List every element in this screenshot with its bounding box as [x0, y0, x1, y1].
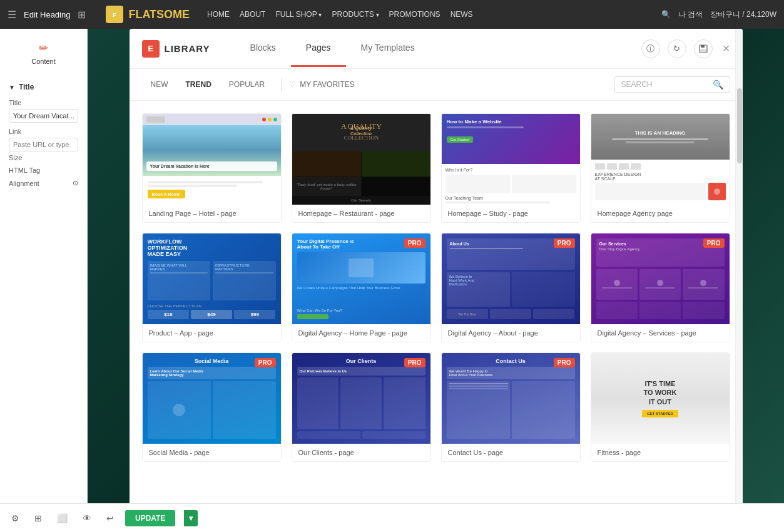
top-nav: HOME ABOUT FULL SHOP PRODUCTS PROMOTIONS…	[207, 10, 473, 19]
modal-header-actions: ⓘ ↻ ×	[641, 39, 730, 58]
template-card-hotel[interactable]: Your Dream Vacation is Here Book A Room	[142, 113, 282, 223]
template-card-restaurant[interactable]: A QualityCollection "Tasty food, yet ins…	[292, 113, 431, 223]
alignment-label: Alignment	[9, 180, 39, 187]
bottom-bar: ⚙ ⊞ ⬜ 👁 ↩ UPDATE ▾	[0, 503, 784, 532]
filter-popular[interactable]: POPULAR	[220, 76, 273, 93]
side-panel: ✏ Content ▼ Title Title Link Size HTML T…	[0, 29, 88, 532]
template-name-app: Product – App - page	[143, 324, 281, 342]
content-icon: ✏	[39, 41, 48, 55]
update-arrow-button[interactable]: ▾	[184, 510, 198, 526]
template-name-study: Homepage – Study - page	[442, 205, 580, 222]
template-thumb-agency: THIS IS AN HEADING	[591, 114, 730, 205]
modal-close-button[interactable]: ×	[723, 41, 730, 56]
size-row: Size	[5, 151, 82, 164]
favorites-button[interactable]: ♡ MY FAVORITES	[289, 80, 355, 89]
scrollbar-thumb[interactable]	[737, 88, 742, 163]
brand-name: FLATSOME	[128, 8, 190, 21]
user-text: 나 검색	[678, 9, 703, 20]
brand: F FLATSOME	[106, 6, 190, 23]
pro-badge-social: PRO	[255, 358, 276, 367]
cart-text: 장바구니 / 24,120W	[710, 9, 776, 20]
template-thumb-digital-about: PRO About Us We Believe InHard Work AndD…	[442, 233, 580, 324]
pro-badge-digital-about: PRO	[554, 238, 575, 248]
template-name-agency: Homepage Agency page	[591, 205, 730, 222]
template-card-study[interactable]: How to Make a Website Get Started Who Is…	[441, 113, 581, 223]
template-card-fitness[interactable]: IT'S TIMETO WORKIT OUT GET STARTED Fitne…	[591, 352, 730, 462]
templates-grid-container[interactable]: Your Dream Vacation is Here Book A Room	[130, 101, 743, 529]
top-bar-right: 🔍 나 검색 장바구니 / 24,120W	[661, 9, 776, 20]
layout-icon[interactable]: ⊞	[31, 509, 46, 527]
template-name-fitness: Fitness - page	[591, 444, 730, 461]
template-name-digital-about: Digital Agency – About - page	[442, 324, 580, 342]
template-thumb-social: PRO Social Media Learn About Our Social …	[143, 353, 281, 444]
modal-scrollbar[interactable]	[735, 29, 743, 529]
template-card-digital-home[interactable]: PRO Your Digital Presence isAbout To Tak…	[292, 233, 431, 342]
filter-new[interactable]: NEW	[142, 76, 177, 93]
template-thumb-study: How to Make a Website Get Started Who Is…	[442, 114, 580, 205]
title-field: Title	[9, 99, 78, 123]
search-icon[interactable]: 🔍	[713, 79, 723, 90]
heart-icon: ♡	[289, 80, 296, 89]
template-name-restaurant: Homepage – Restaurant - page	[292, 205, 430, 222]
html-tag-label: HTML Tag	[9, 166, 40, 174]
template-card-agency[interactable]: THIS IS AN HEADING	[591, 113, 730, 223]
template-card-digital-services[interactable]: PRO Our Services One Stop Digital Agency	[591, 233, 730, 342]
tab-pages[interactable]: Pages	[291, 30, 346, 67]
content-label: Content	[31, 58, 56, 65]
nav-news[interactable]: NEWS	[451, 10, 473, 19]
preview-icon[interactable]: 👁	[79, 509, 95, 527]
pro-badge-digital-home: PRO	[404, 238, 425, 248]
grid-icon[interactable]: ⊞	[78, 9, 86, 21]
save-button[interactable]	[694, 39, 713, 58]
template-thumb-contact: PRO Contact Us We Would Be Happy toHear …	[442, 353, 580, 444]
nav-about[interactable]: ABOUT	[240, 10, 265, 19]
brand-icon: F	[106, 6, 123, 23]
info-button[interactable]: ⓘ	[641, 39, 660, 58]
filter-trend[interactable]: TREND	[177, 76, 220, 93]
template-card-app[interactable]: WORKFLOWOPTIMIZATIONMADE EASY IMAGINE WH…	[142, 233, 282, 342]
title-section-label: Title	[19, 83, 34, 91]
html-tag-row: HTML Tag	[5, 164, 82, 176]
nav-products[interactable]: PRODUCTS	[332, 10, 379, 19]
search-box: 🔍	[614, 76, 730, 93]
title-label: Title	[9, 99, 78, 106]
template-thumb-digital-home: PRO Your Digital Presence isAbout To Tak…	[292, 233, 430, 324]
title-section-header[interactable]: ▼ Title	[5, 80, 82, 94]
template-card-clients[interactable]: PRO Our Clients Our Partners Believe in …	[292, 352, 431, 462]
nav-fullshop[interactable]: FULL SHOP	[275, 10, 322, 19]
filter-divider	[281, 78, 282, 91]
tab-my-templates[interactable]: My Templates	[346, 30, 430, 67]
modal-tabs: Blocks Pages My Templates	[235, 30, 430, 67]
alignment-icon[interactable]: ⊙	[73, 179, 78, 187]
filter-row: NEW TREND POPULAR ♡ MY FAVORITES 🔍	[130, 69, 743, 101]
responsive-icon[interactable]: ⬜	[53, 509, 71, 527]
refresh-button[interactable]: ↻	[668, 39, 686, 58]
template-card-social[interactable]: PRO Social Media Learn About Our Social …	[142, 352, 282, 462]
hamburger-icon[interactable]: ☰	[8, 9, 16, 21]
library-logo-icon: E	[142, 40, 160, 58]
template-name-digital-home: Digital Agency – Home Page - page	[292, 324, 430, 342]
nav-home[interactable]: HOME	[207, 10, 230, 19]
title-input[interactable]	[9, 109, 78, 123]
template-thumb-hotel: Your Dream Vacation is Here Book A Room	[143, 114, 281, 205]
link-label: Link	[9, 128, 78, 135]
svg-text:F: F	[113, 12, 117, 18]
undo-icon[interactable]: ↩	[103, 509, 118, 527]
update-button[interactable]: UPDATE	[125, 510, 175, 526]
edit-heading-label: Edit Heading	[24, 10, 70, 19]
template-thumb-fitness: IT'S TIMETO WORKIT OUT GET STARTED	[591, 353, 730, 444]
template-thumb-clients: PRO Our Clients Our Partners Believe in …	[292, 353, 430, 444]
link-input[interactable]	[9, 138, 78, 151]
tab-blocks[interactable]: Blocks	[235, 30, 291, 67]
size-label: Size	[9, 154, 22, 161]
content-button[interactable]: ✏ Content	[5, 36, 82, 70]
nav-promotions[interactable]: PROMOTIONS	[389, 10, 440, 19]
search-input[interactable]	[621, 80, 709, 89]
search-top-icon[interactable]: 🔍	[661, 10, 671, 19]
settings-icon[interactable]: ⚙	[8, 509, 23, 527]
pro-badge-digital-services: PRO	[703, 238, 725, 248]
template-card-contact[interactable]: PRO Contact Us We Would Be Happy toHear …	[441, 352, 581, 462]
alignment-row: Alignment ⊙	[5, 176, 82, 190]
template-card-digital-about[interactable]: PRO About Us We Believe InHard Work AndD…	[441, 233, 581, 342]
templates-grid: Your Dream Vacation is Here Book A Room	[142, 113, 730, 462]
